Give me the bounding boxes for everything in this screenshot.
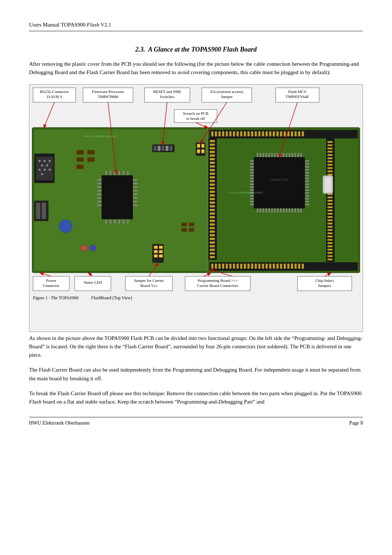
- paragraph-2: The Flash Carrier Board can also be used…: [29, 366, 363, 383]
- svg-rect-161: [210, 208, 215, 211]
- svg-rect-129: [262, 263, 264, 268]
- svg-rect-117: [219, 263, 221, 268]
- svg-rect-144: [210, 147, 215, 149]
- svg-rect-155: [210, 187, 215, 189]
- svg-rect-215: [250, 178, 254, 179]
- svg-rect-103: [266, 131, 268, 136]
- svg-rect-164: [210, 219, 215, 222]
- svg-text:RS232-Connector: RS232-Connector: [40, 89, 69, 93]
- svg-rect-102: [262, 131, 264, 136]
- svg-rect-244: [327, 147, 332, 149]
- svg-rect-270: [327, 232, 332, 234]
- svg-rect-195: [263, 208, 264, 212]
- svg-rect-225: [305, 160, 309, 162]
- svg-rect-120: [229, 263, 232, 268]
- svg-rect-74: [170, 146, 172, 151]
- svg-rect-152: [210, 176, 215, 178]
- svg-rect-44: [97, 190, 102, 191]
- svg-rect-153: [210, 180, 215, 182]
- svg-rect-276: [327, 252, 332, 254]
- diagram-wrapper: RS232-Connector D-SUB 9 Firmware-Process…: [29, 84, 363, 332]
- svg-text:Board (Top View): Board (Top View): [101, 295, 132, 300]
- svg-rect-84: [159, 250, 163, 253]
- svg-rect-108: [283, 131, 286, 136]
- svg-rect-92: [226, 131, 228, 136]
- diagram-svg: RS232-Connector D-SUB 9 Firmware-Process…: [29, 85, 363, 332]
- svg-rect-245: [327, 151, 332, 153]
- svg-text:Programming Board <=>: Programming Board <=>: [197, 278, 238, 282]
- svg-rect-138: [294, 263, 297, 268]
- svg-rect-156: [210, 191, 215, 193]
- paragraph-3: To break the Flash Carrier Board off ple…: [29, 389, 363, 406]
- svg-rect-140: [302, 263, 304, 268]
- svg-rect-174: [210, 256, 215, 258]
- svg-rect-88: [211, 131, 213, 136]
- svg-rect-159: [210, 202, 215, 204]
- svg-rect-61: [123, 171, 124, 175]
- svg-text:RESET and NMI: RESET and NMI: [153, 89, 181, 93]
- svg-rect-143: [210, 143, 215, 146]
- svg-rect-183: [274, 153, 276, 157]
- svg-text:Jumpers: Jumpers: [318, 283, 331, 287]
- svg-rect-113: [302, 131, 304, 136]
- svg-rect-249: [327, 164, 332, 166]
- svg-rect-71: [158, 146, 160, 151]
- svg-text:TMP95FY64F: TMP95FY64F: [286, 94, 309, 98]
- svg-rect-266: [327, 219, 332, 221]
- svg-rect-173: [210, 252, 215, 254]
- svg-rect-46: [97, 197, 102, 199]
- svg-rect-85: [154, 254, 158, 257]
- svg-rect-99: [251, 131, 253, 136]
- svg-text:Connector: Connector: [43, 283, 60, 287]
- svg-rect-52: [133, 190, 137, 191]
- svg-rect-214: [250, 175, 254, 176]
- svg-rect-189: [291, 153, 293, 157]
- svg-rect-59: [114, 171, 115, 175]
- svg-text:Board Vcc: Board Vcc: [140, 283, 158, 287]
- page-footer: HWU Elektronik Oberhausen Page 8: [29, 417, 363, 426]
- svg-rect-76: [197, 144, 200, 147]
- svg-rect-205: [291, 208, 293, 212]
- svg-rect-107: [280, 131, 282, 136]
- svg-rect-272: [327, 239, 332, 240]
- svg-rect-119: [226, 263, 228, 268]
- page-header: Users Manual TOPAS900 Flash V2.1: [29, 22, 363, 31]
- svg-rect-274: [327, 245, 332, 247]
- svg-rect-204: [289, 208, 290, 212]
- svg-rect-280: [324, 177, 331, 192]
- svg-rect-50: [133, 183, 137, 184]
- svg-rect-45: [97, 194, 102, 195]
- svg-rect-133: [277, 263, 279, 268]
- paragraph-1: As shown in the picture above the TOPAS9…: [29, 334, 363, 360]
- svg-rect-250: [327, 167, 332, 169]
- svg-text:FLASH CARRIER BOARD: FLASH CARRIER BOARD: [229, 191, 263, 194]
- svg-rect-54: [133, 197, 137, 199]
- svg-rect-251: [327, 170, 332, 172]
- svg-rect-67: [123, 219, 124, 223]
- svg-rect-148: [210, 162, 215, 164]
- svg-rect-201: [280, 208, 281, 212]
- svg-rect-186: [283, 153, 284, 157]
- svg-point-25: [38, 160, 41, 162]
- svg-rect-271: [327, 235, 332, 237]
- svg-rect-194: [260, 208, 261, 212]
- svg-rect-53: [133, 194, 137, 195]
- svg-rect-115: [211, 263, 213, 268]
- svg-rect-95: [237, 131, 239, 136]
- svg-point-37: [59, 219, 72, 232]
- svg-rect-178: [260, 153, 261, 157]
- svg-rect-210: [250, 163, 254, 165]
- svg-point-28: [41, 164, 43, 166]
- svg-rect-142: [210, 140, 215, 142]
- svg-rect-207: [297, 208, 299, 212]
- svg-text:TMP87P808: TMP87P808: [98, 94, 118, 98]
- svg-rect-87: [210, 130, 358, 138]
- svg-point-26: [44, 160, 46, 162]
- svg-rect-228: [305, 169, 309, 170]
- svg-rect-43: [97, 186, 102, 188]
- svg-rect-277: [327, 255, 332, 257]
- svg-text:Switches: Switches: [160, 94, 174, 98]
- svg-text:Scratch on PCB: Scratch on PCB: [183, 111, 208, 115]
- svg-rect-55: [133, 201, 137, 202]
- svg-rect-111: [294, 131, 297, 136]
